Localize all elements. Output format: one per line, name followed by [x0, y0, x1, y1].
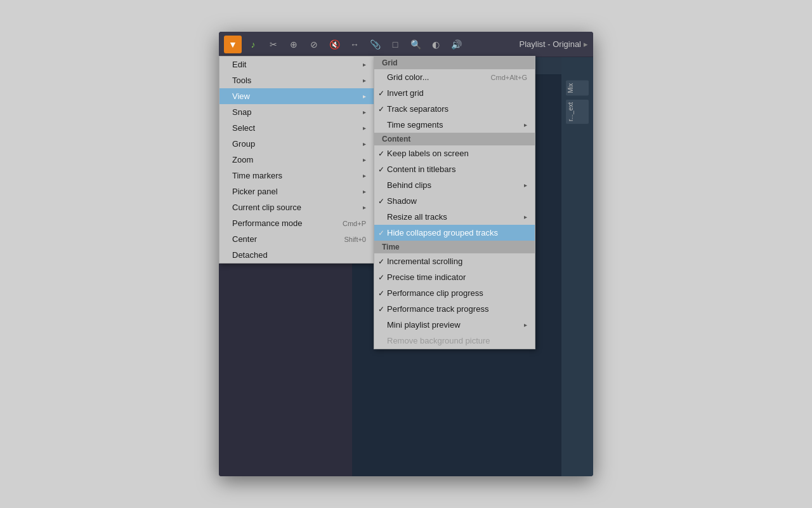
shortcut-grid-color: Cmd+Alt+G — [491, 74, 527, 81]
invert-grid-label: Invert grid — [387, 88, 424, 98]
arrow-right-icon: ▸ — [363, 156, 366, 163]
check-icon: ✓ — [378, 257, 384, 266]
select-label: Select — [232, 123, 255, 133]
main-menu: Edit ▸ Tools ▸ View ▸ Snap ▸ Select ▸ Gr… — [219, 56, 374, 264]
shadow-label: Shadow — [387, 196, 417, 206]
content-titlebars-label: Content in titlebars — [387, 164, 455, 174]
section-time: Time — [374, 241, 535, 253]
menu-item-performance[interactable]: Performance mode Cmd+P — [219, 215, 374, 231]
arrow-right-icon: ▸ — [363, 140, 366, 147]
perf-clip-label: Performance clip progress — [387, 288, 483, 298]
menu-item-time-markers[interactable]: Time markers ▸ — [219, 168, 374, 184]
menu-item-clip-source[interactable]: Current clip source ▸ — [219, 199, 374, 215]
title-arrow: ▸ — [584, 39, 588, 49]
arrow-right-icon: ▸ — [363, 188, 366, 195]
submenu-track-separators[interactable]: ✓ Track separators — [374, 101, 535, 117]
precise-time-label: Precise time indicator — [387, 272, 466, 282]
time-seg-label: Time segments — [387, 120, 443, 130]
menu-item-center[interactable]: Center Shift+0 — [219, 231, 374, 247]
track-sep-label: Track separators — [387, 104, 449, 114]
window-title: Playlist - Original ▸ — [519, 39, 588, 49]
mute-tool[interactable]: ⊘ — [305, 36, 323, 53]
check-icon: ✓ — [378, 165, 384, 174]
cut-tool[interactable]: ✂ — [265, 36, 282, 53]
submenu-shadow[interactable]: ✓ Shadow — [374, 193, 535, 209]
side-panel: Mix r..._ext — [561, 57, 593, 476]
menu-item-tools[interactable]: Tools ▸ — [219, 72, 374, 88]
menu-item-zoom[interactable]: Zoom ▸ — [219, 152, 374, 168]
check-icon: ✓ — [378, 289, 384, 298]
arrow-right-icon: ▸ — [363, 77, 366, 84]
audio-button[interactable]: ♪ — [244, 36, 262, 53]
menu-item-snap[interactable]: Snap ▸ — [219, 104, 374, 120]
behind-clips-label: Behind clips — [387, 180, 431, 190]
time-markers-label: Time markers — [232, 171, 282, 180]
loop-btn[interactable]: □ — [386, 36, 404, 53]
resize-tracks-label: Resize all tracks — [387, 212, 447, 222]
submenu-content-titlebars[interactable]: ✓ Content in titlebars — [374, 161, 535, 177]
ext-label: r..._ext — [566, 100, 589, 124]
check-icon: ✓ — [378, 305, 384, 314]
clip-btn[interactable]: 📎 — [366, 36, 384, 53]
toolbar: ▼ ♪ ✂ ⊕ ⊘ 🔇 ↔ 📎 □ 🔍 ◐ 🔊 Playlist - Origi… — [219, 32, 593, 57]
submenu-hide-collapsed[interactable]: ✓ Hide collapsed grouped tracks — [374, 225, 535, 241]
arrow-right-icon: ▸ — [363, 172, 366, 179]
section-content: Content — [374, 133, 535, 145]
stretch-btn[interactable]: ↔ — [346, 36, 363, 53]
submenu-perf-clip[interactable]: ✓ Performance clip progress — [374, 285, 535, 301]
hide-collapsed-label: Hide collapsed grouped tracks — [387, 228, 498, 237]
snap-label: Snap — [232, 107, 251, 117]
menu-item-edit[interactable]: Edit ▸ — [219, 57, 374, 72]
perf-track-label: Performance track progress — [387, 304, 488, 314]
view-label: View — [232, 91, 250, 101]
submenu-time-segments[interactable]: Time segments ▸ — [374, 117, 535, 133]
arrow-right-icon: ▸ — [524, 213, 527, 220]
zoom-btn[interactable]: 🔍 — [407, 36, 424, 53]
menu-item-view[interactable]: View ▸ — [219, 88, 374, 104]
mini-preview-label: Mini playlist preview — [387, 320, 461, 330]
arrow-right-icon: ▸ — [524, 182, 527, 189]
arrow-right-icon: ▸ — [524, 321, 527, 328]
menu-item-group[interactable]: Group ▸ — [219, 136, 374, 152]
menu-item-select[interactable]: Select ▸ — [219, 120, 374, 136]
picker-label: Picker panel — [232, 187, 278, 196]
submenu-invert-grid[interactable]: ✓ Invert grid — [374, 85, 535, 101]
view-submenu: Grid Grid color... Cmd+Alt+G ✓ Invert gr… — [374, 56, 535, 349]
submenu-behind-clips[interactable]: Behind clips ▸ — [374, 177, 535, 193]
group-label: Group — [232, 139, 255, 149]
volume-btn[interactable]: 🔊 — [447, 36, 465, 53]
arrow-right-icon: ▸ — [363, 61, 366, 68]
submenu-grid-color[interactable]: Grid color... Cmd+Alt+G — [374, 69, 535, 85]
mute-btn[interactable]: 🔇 — [325, 36, 343, 53]
shortcut-center: Shift+0 — [344, 236, 366, 243]
incr-scroll-label: Incremental scrolling — [387, 257, 462, 266]
keep-labels-label: Keep labels on screen — [387, 149, 469, 158]
check-icon: ✓ — [378, 149, 384, 158]
check-icon: ✓ — [378, 197, 384, 206]
submenu-resize-tracks[interactable]: Resize all tracks ▸ — [374, 209, 535, 225]
submenu-precise-time[interactable]: ✓ Precise time indicator — [374, 269, 535, 285]
remove-bg-label: Remove background picture — [387, 336, 490, 345]
menu-button[interactable]: ▼ — [224, 36, 242, 53]
arrow-right-icon: ▸ — [363, 124, 366, 131]
detached-label: Detached — [232, 250, 268, 260]
submenu-keep-labels[interactable]: ✓ Keep labels on screen — [374, 145, 535, 161]
submenu-incremental-scroll[interactable]: ✓ Incremental scrolling — [374, 253, 535, 269]
monitor-btn[interactable]: ◐ — [427, 36, 445, 53]
menu-item-detached[interactable]: Detached — [219, 247, 374, 263]
app-window: ▼ ♪ ✂ ⊕ ⊘ 🔇 ↔ 📎 □ 🔍 ◐ 🔊 Playlist - Origi… — [219, 32, 593, 476]
arrow-right-icon: ▸ — [363, 93, 366, 100]
submenu-perf-track[interactable]: ✓ Performance track progress — [374, 301, 535, 317]
section-grid: Grid — [374, 57, 535, 69]
title-text: Playlist - Original — [519, 39, 581, 49]
select-tool[interactable]: ⊕ — [285, 36, 303, 53]
check-icon: ✓ — [378, 105, 384, 114]
clip-source-label: Current clip source — [232, 203, 301, 212]
center-label: Center — [232, 234, 257, 244]
performance-label: Performance mode — [232, 218, 303, 228]
tools-label: Tools — [232, 76, 251, 85]
submenu-remove-bg[interactable]: Remove background picture — [374, 333, 535, 349]
menu-item-picker[interactable]: Picker panel ▸ — [219, 184, 374, 199]
check-icon: ✓ — [378, 229, 384, 237]
submenu-mini-preview[interactable]: Mini playlist preview ▸ — [374, 317, 535, 333]
